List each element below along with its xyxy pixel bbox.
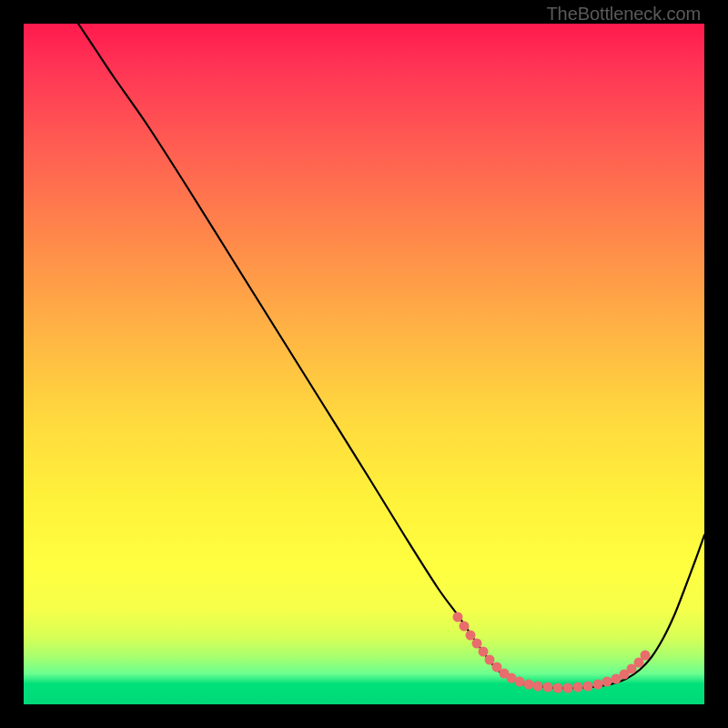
marker-dot (453, 612, 463, 622)
marker-dot (543, 682, 553, 693)
marker-dot (524, 680, 534, 690)
markers-group (453, 612, 651, 693)
marker-dot (573, 682, 583, 693)
chart-frame: TheBottleneck.com (0, 0, 728, 728)
marker-dot (533, 682, 543, 692)
marker-dot (472, 639, 482, 649)
marker-dot (466, 631, 476, 641)
marker-dot (553, 683, 563, 693)
marker-dot (479, 647, 489, 657)
marker-dot (583, 682, 593, 692)
plot-area (24, 24, 704, 704)
marker-dot (563, 683, 573, 693)
chart-svg (24, 24, 704, 704)
marker-dot (515, 677, 525, 687)
marker-dot (641, 651, 651, 661)
curve-line (78, 24, 704, 688)
marker-dot (485, 655, 495, 665)
marker-dot (602, 677, 612, 687)
marker-dot (460, 622, 470, 632)
watermark-label: TheBottleneck.com (547, 4, 702, 25)
marker-dot (593, 680, 603, 690)
